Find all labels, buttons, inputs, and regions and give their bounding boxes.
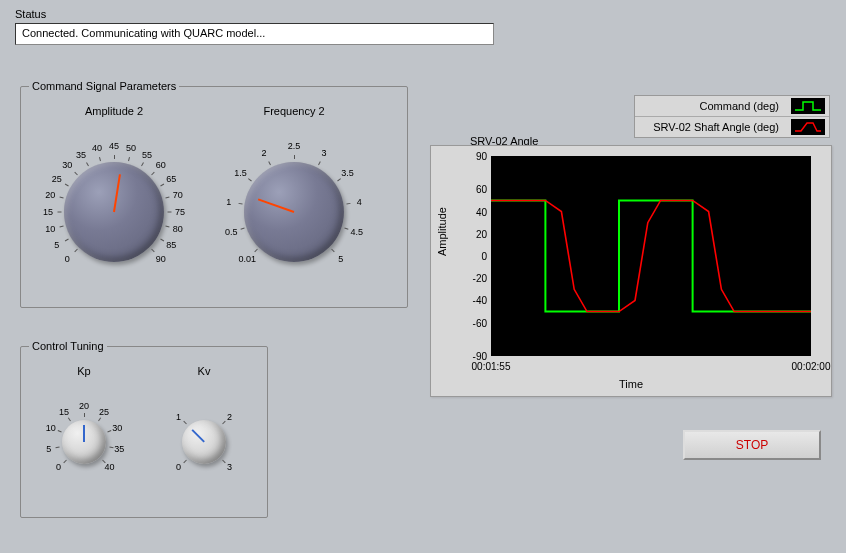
knob-tick-label: 80 — [173, 224, 183, 234]
y-tick-label: -90 — [461, 351, 487, 362]
knob-tick-label: 0 — [56, 462, 61, 472]
amplitude-knob[interactable]: 051015202530354045505560657075808590 — [34, 121, 194, 291]
knob-tick-label: 4 — [357, 197, 362, 207]
knob-tick-label: 15 — [59, 407, 69, 417]
knob-tick-label: 0.01 — [239, 254, 257, 264]
knob-tick-label: 2 — [262, 148, 267, 158]
x-tick-label: 00:01:55 — [472, 361, 511, 372]
y-tick-label: 60 — [461, 184, 487, 195]
knob-tick-label: 35 — [76, 150, 86, 160]
y-tick-label: -20 — [461, 273, 487, 284]
legend-label: SRV-02 Shaft Angle (deg) — [639, 121, 783, 133]
frequency-label: Frequency 2 — [214, 105, 374, 117]
y-tick-label: 90 — [461, 151, 487, 162]
y-tick-label: 20 — [461, 228, 487, 239]
frequency-knob[interactable]: 0.010.511.522.533.544.55 — [214, 121, 374, 291]
knob-tick-label: 60 — [156, 160, 166, 170]
knob-tick-label: 70 — [173, 190, 183, 200]
legend-row: Command (deg) — [635, 96, 829, 117]
kv-knob[interactable]: 0123 — [154, 381, 254, 491]
knob-tick-label: 0 — [65, 254, 70, 264]
legend-label: Command (deg) — [639, 100, 783, 112]
amplitude-label: Amplitude 2 — [34, 105, 194, 117]
plot-frame: Amplitude 906040200-20-40-60-90 00:01:55… — [430, 145, 832, 397]
x-axis-label: Time — [619, 378, 643, 390]
knob-tick-label: 65 — [166, 174, 176, 184]
command-signal-title: Command Signal Parameters — [29, 80, 179, 92]
knob-tick-label: 25 — [52, 174, 62, 184]
y-tick-label: 40 — [461, 206, 487, 217]
stop-button[interactable]: STOP — [683, 430, 821, 460]
knob-tick-label: 5 — [54, 240, 59, 250]
knob-tick-label: 20 — [45, 190, 55, 200]
y-axis-label: Amplitude — [436, 207, 448, 256]
knob-tick-label: 10 — [45, 224, 55, 234]
legend-row: SRV-02 Shaft Angle (deg) — [635, 117, 829, 137]
control-tuning-panel: Control Tuning Kp 0510152025303540 Kv 01… — [20, 340, 268, 518]
knob-tick-label: 3.5 — [341, 168, 354, 178]
status-text: Connected. Communicating with QUARC mode… — [15, 23, 494, 45]
knob-tick-label: 30 — [62, 160, 72, 170]
knob-tick-label: 40 — [92, 143, 102, 153]
y-tick-label: -60 — [461, 317, 487, 328]
knob-tick-label: 50 — [126, 143, 136, 153]
knob-tick-label: 4.5 — [351, 227, 364, 237]
control-tuning-title: Control Tuning — [29, 340, 107, 352]
command-signal-panel: Command Signal Parameters Amplitude 2 05… — [20, 80, 408, 308]
knob-tick-label: 20 — [79, 401, 89, 411]
knob-tick-label: 25 — [99, 407, 109, 417]
knob-tick-label: 3 — [321, 148, 326, 158]
x-tick-label: 00:02:00 — [792, 361, 831, 372]
y-tick-label: 0 — [461, 251, 487, 262]
knob-tick-label: 1 — [226, 197, 231, 207]
legend-swatch-command — [791, 98, 825, 114]
legend-swatch-shaft — [791, 119, 825, 135]
knob-tick-label: 5 — [46, 444, 51, 454]
knob-tick-label: 2 — [227, 412, 232, 422]
knob-tick-label: 85 — [166, 240, 176, 250]
knob-tick-label: 30 — [112, 423, 122, 433]
kp-knob[interactable]: 0510152025303540 — [34, 381, 134, 491]
knob-tick-label: 45 — [109, 141, 119, 151]
knob-tick-label: 3 — [227, 462, 232, 472]
knob-tick-label: 0.5 — [225, 227, 238, 237]
knob-tick-label: 0 — [176, 462, 181, 472]
knob-tick-label: 2.5 — [288, 141, 301, 151]
knob-tick-label: 10 — [46, 423, 56, 433]
knob-tick-label: 1 — [176, 412, 181, 422]
kv-label: Kv — [154, 365, 254, 377]
knob-tick-label: 75 — [175, 207, 185, 217]
chart-legend: Command (deg) SRV-02 Shaft Angle (deg) — [634, 95, 830, 138]
knob-tick-label: 1.5 — [234, 168, 247, 178]
plot-canvas — [491, 156, 811, 356]
knob-tick-label: 35 — [114, 444, 124, 454]
knob-tick-label: 55 — [142, 150, 152, 160]
knob-tick-label: 5 — [338, 254, 343, 264]
y-tick-label: -40 — [461, 295, 487, 306]
knob-tick-label: 40 — [104, 462, 114, 472]
knob-tick-label: 90 — [156, 254, 166, 264]
status-label: Status — [15, 8, 831, 20]
knob-tick-label: 15 — [43, 207, 53, 217]
kp-label: Kp — [34, 365, 134, 377]
